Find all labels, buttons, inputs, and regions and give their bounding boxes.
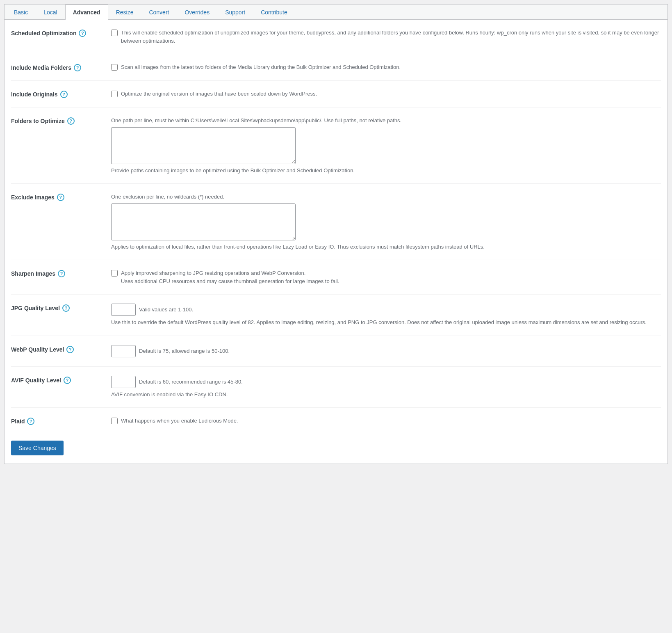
content-col-include-originals: Optimize the original version of images … (111, 90, 661, 98)
help-icon-folders-to-optimize[interactable]: ? (67, 117, 75, 125)
setting-row-folders-to-optimize: Folders to Optimize?One path per line, m… (11, 107, 661, 184)
settings-body: Scheduled Optimization?This will enable … (5, 20, 667, 434)
content-col-exclude-images: One exclusion per line, no wildcards (*)… (111, 193, 661, 251)
setting-row-scheduled-optimization: Scheduled Optimization?This will enable … (11, 20, 661, 54)
save-changes-button[interactable]: Save Changes (11, 441, 64, 455)
label-col-exclude-images: Exclude Images? (11, 193, 101, 201)
help-icon-avif-quality-level[interactable]: ? (64, 377, 71, 384)
number-input-jpg-quality-level[interactable] (111, 304, 136, 316)
content-col-avif-quality-level: Default is 60, recommended range is 45-8… (111, 376, 661, 399)
help-icon-jpg-quality-level[interactable]: ? (62, 304, 70, 312)
number-input-avif-quality-level[interactable] (111, 376, 136, 388)
inline-label-avif-quality-level: Default is 60, recommended range is 45-8… (139, 378, 243, 386)
content-col-folders-to-optimize: One path per line, must be within C:\Use… (111, 117, 661, 174)
checkbox-row-plaid: What happens when you enable Ludicrous M… (111, 417, 661, 425)
inline-row-avif-quality-level: Default is 60, recommended range is 45-8… (111, 376, 661, 388)
checkbox-sharpen-images[interactable] (111, 270, 118, 277)
content-col-webp-quality-level: Default is 75, allowed range is 50-100. (111, 345, 661, 357)
label-col-scheduled-optimization: Scheduled Optimization? (11, 29, 101, 37)
inline-row-jpg-quality-level: Valid values are 1-100. (111, 304, 661, 316)
content-col-include-media-folders: Scan all images from the latest two fold… (111, 63, 661, 71)
setting-row-include-media-folders: Include Media Folders?Scan all images fr… (11, 54, 661, 81)
content-col-plaid: What happens when you enable Ludicrous M… (111, 417, 661, 425)
desc-folders-to-optimize: Provide paths containing images to be op… (111, 167, 661, 175)
setting-row-plaid: Plaid?What happens when you enable Ludic… (11, 408, 661, 434)
content-col-sharpen-images: Apply improved sharpening to JPG resizin… (111, 269, 661, 285)
tab-resize[interactable]: Resize (108, 5, 141, 20)
checkbox-desc-plaid: What happens when you enable Ludicrous M… (121, 417, 238, 425)
help-icon-sharpen-images[interactable]: ? (58, 270, 65, 277)
tab-local[interactable]: Local (36, 5, 65, 20)
inline-label-webp-quality-level: Default is 75, allowed range is 50-100. (139, 347, 230, 355)
label-text-plaid: Plaid (11, 418, 25, 425)
setting-row-exclude-images: Exclude Images?One exclusion per line, n… (11, 184, 661, 260)
tab-convert[interactable]: Convert (141, 5, 177, 20)
checkbox-desc-include-media-folders: Scan all images from the latest two fold… (121, 63, 401, 71)
path-hint-exclude-images: One exclusion per line, no wildcards (*)… (111, 193, 661, 201)
settings-container: BasicLocalAdvancedResizeConvertOverrides… (4, 4, 668, 464)
checkbox-desc-sharpen-images: Apply improved sharpening to JPG resizin… (121, 269, 339, 285)
label-col-include-media-folders: Include Media Folders? (11, 63, 101, 71)
checkbox-row-include-media-folders: Scan all images from the latest two fold… (111, 63, 661, 71)
label-text-jpg-quality-level: JPG Quality Level (11, 305, 60, 311)
label-col-folders-to-optimize: Folders to Optimize? (11, 117, 101, 125)
tab-contribute[interactable]: Contribute (253, 5, 295, 20)
content-col-jpg-quality-level: Valid values are 1-100.Use this to overr… (111, 304, 661, 327)
checkbox-include-media-folders[interactable] (111, 64, 118, 71)
help-icon-exclude-images[interactable]: ? (57, 194, 64, 201)
label-text-webp-quality-level: WebP Quality Level (11, 346, 64, 353)
label-text-folders-to-optimize: Folders to Optimize (11, 118, 65, 124)
content-col-scheduled-optimization: This will enable scheduled optimization … (111, 29, 661, 45)
label-text-include-originals: Include Originals (11, 91, 58, 98)
setting-row-include-originals: Include Originals?Optimize the original … (11, 81, 661, 107)
help-icon-scheduled-optimization[interactable]: ? (79, 30, 86, 37)
desc-avif-quality-level: AVIF conversion is enabled via the Easy … (111, 391, 661, 399)
tab-support[interactable]: Support (217, 5, 253, 20)
path-hint-folders-to-optimize: One path per line, must be within C:\Use… (111, 117, 661, 125)
label-text-include-media-folders: Include Media Folders (11, 64, 71, 71)
tab-overrides[interactable]: Overrides (177, 5, 217, 20)
help-icon-include-originals[interactable]: ? (60, 91, 68, 98)
label-col-avif-quality-level: AVIF Quality Level? (11, 376, 101, 384)
setting-row-avif-quality-level: AVIF Quality Level?Default is 60, recomm… (11, 367, 661, 408)
checkbox-plaid[interactable] (111, 418, 118, 424)
help-icon-include-media-folders[interactable]: ? (74, 64, 81, 71)
checkbox-row-scheduled-optimization: This will enable scheduled optimization … (111, 29, 661, 45)
label-col-include-originals: Include Originals? (11, 90, 101, 98)
label-col-webp-quality-level: WebP Quality Level? (11, 345, 101, 353)
checkbox-row-sharpen-images: Apply improved sharpening to JPG resizin… (111, 269, 661, 285)
setting-row-jpg-quality-level: JPG Quality Level?Valid values are 1-100… (11, 295, 661, 336)
textarea-exclude-images[interactable] (111, 203, 296, 240)
label-col-plaid: Plaid? (11, 417, 101, 425)
label-col-sharpen-images: Sharpen Images? (11, 269, 101, 277)
tab-advanced[interactable]: Advanced (65, 5, 108, 20)
desc-exclude-images: Applies to optimization of local files, … (111, 243, 661, 251)
label-text-scheduled-optimization: Scheduled Optimization (11, 30, 76, 37)
checkbox-row-include-originals: Optimize the original version of images … (111, 90, 661, 98)
label-col-jpg-quality-level: JPG Quality Level? (11, 304, 101, 312)
label-text-exclude-images: Exclude Images (11, 194, 55, 201)
help-icon-plaid[interactable]: ? (27, 418, 34, 425)
desc-jpg-quality-level: Use this to override the default WordPre… (111, 318, 661, 327)
tab-basic[interactable]: Basic (6, 5, 36, 20)
inline-label-jpg-quality-level: Valid values are 1-100. (139, 306, 193, 314)
checkbox-scheduled-optimization[interactable] (111, 30, 118, 36)
setting-row-sharpen-images: Sharpen Images?Apply improved sharpening… (11, 260, 661, 295)
number-input-webp-quality-level[interactable] (111, 345, 136, 357)
textarea-folders-to-optimize[interactable] (111, 127, 296, 164)
page-wrapper: BasicLocalAdvancedResizeConvertOverrides… (0, 4, 672, 633)
label-text-sharpen-images: Sharpen Images (11, 270, 55, 277)
checkbox-desc-include-originals: Optimize the original version of images … (121, 90, 317, 98)
label-text-avif-quality-level: AVIF Quality Level (11, 377, 61, 384)
checkbox-desc-scheduled-optimization: This will enable scheduled optimization … (121, 29, 661, 45)
setting-row-webp-quality-level: WebP Quality Level?Default is 75, allowe… (11, 336, 661, 367)
checkbox-include-originals[interactable] (111, 91, 118, 97)
tabs-bar: BasicLocalAdvancedResizeConvertOverrides… (5, 5, 667, 20)
inline-row-webp-quality-level: Default is 75, allowed range is 50-100. (111, 345, 661, 357)
help-icon-webp-quality-level[interactable]: ? (66, 346, 74, 353)
